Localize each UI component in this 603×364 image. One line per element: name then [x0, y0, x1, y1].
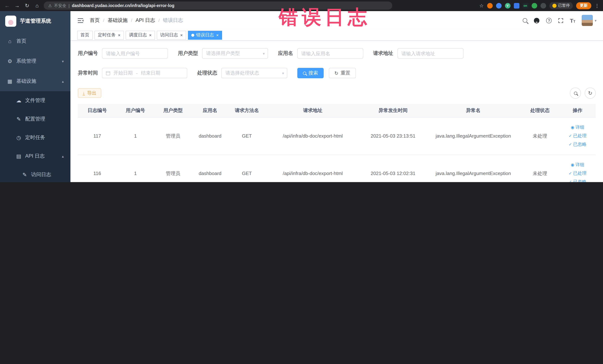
eye-icon: ◉	[571, 125, 574, 130]
refresh-icon: ↻	[334, 70, 338, 76]
user-id-label: 用户编号	[78, 50, 98, 57]
check-icon: ✓	[568, 171, 572, 176]
tab-label: 错误日志	[196, 32, 214, 38]
table-header-row: 日志编号 用户编号 用户类型 应用名 请求方法名 请求地址 异常发生时间 异常名…	[78, 104, 596, 117]
bookmark-star-icon[interactable]: ☆	[479, 3, 484, 8]
breadcrumb-separator: /	[131, 18, 132, 23]
browser-forward-icon[interactable]: →	[14, 3, 20, 9]
processed-link[interactable]: ✓已处理	[568, 170, 586, 176]
close-icon[interactable]: ×	[180, 33, 183, 38]
sidebar-item-access-log[interactable]: ✎ 访问日志	[0, 165, 70, 182]
close-icon[interactable]: ×	[118, 33, 120, 38]
tab-home[interactable]: 首页	[77, 31, 93, 39]
request-url-label: 请求地址	[373, 50, 393, 57]
hide-search-button[interactable]	[570, 88, 581, 99]
browser-menu-icon[interactable]: ⋮	[595, 3, 600, 8]
filter-user-type: 用户类型 请选择用户类型 ▾	[178, 48, 268, 59]
check-icon: ✓	[568, 133, 572, 138]
tab-job-log[interactable]: 调度日志 ×	[126, 31, 155, 39]
close-icon[interactable]: ×	[149, 33, 152, 38]
page-content: 用户编号 用户类型 请选择用户类型 ▾ 应用名	[70, 41, 603, 182]
ext-dark-pin-icon[interactable]	[540, 3, 546, 8]
col-status: 处理状态	[521, 104, 559, 117]
browser-home-icon[interactable]: ⌂	[34, 3, 40, 9]
reset-button[interactable]: ↻ 重置	[329, 68, 356, 78]
user-menu[interactable]: ▾	[582, 15, 596, 26]
processed-link[interactable]: ✓已处理	[568, 133, 586, 139]
home-icon: ⌂	[7, 38, 13, 44]
infrastructure-icon: ▦	[7, 78, 13, 84]
tab-scheduled-tasks[interactable]: 定时任务 ×	[94, 31, 124, 39]
table-row: 116 1 管理员 dashboard GET /api/infra/db-do…	[78, 155, 596, 182]
help-icon[interactable]: ?	[546, 18, 552, 23]
chevron-down-icon: ▾	[62, 59, 64, 63]
font-size-icon[interactable]: TT	[570, 17, 575, 23]
edit-icon: ✎	[16, 116, 22, 122]
ext-blue-grid-icon[interactable]	[514, 3, 519, 8]
filter-row-2: 异常时间 开始日期 - 结束日期 处理状态 请选择处理状态 ▾	[78, 68, 596, 78]
date-range-picker[interactable]: 开始日期 - 结束日期	[102, 68, 187, 78]
tab-access-log[interactable]: 访问日志 ×	[157, 31, 186, 39]
col-method: 请求方法名	[228, 104, 266, 117]
ext-vue-devtools-icon[interactable]: V	[505, 3, 510, 8]
col-request-url: 请求地址	[266, 104, 360, 117]
browser-back-icon[interactable]: ←	[4, 3, 10, 9]
search-button[interactable]: 搜索	[297, 68, 324, 78]
browser-update-button[interactable]: 更新	[576, 2, 591, 9]
user-id-input[interactable]	[102, 48, 168, 59]
close-icon[interactable]: ×	[216, 33, 219, 38]
sidebar-item-label: API 日志	[25, 153, 58, 159]
ext-orange-circle-icon[interactable]	[487, 3, 493, 8]
sidebar-item-home[interactable]: ⌂ 首页	[0, 31, 70, 51]
sidebar-item-api-logs[interactable]: ▤ API 日志 ▴	[0, 147, 70, 165]
gear-icon: ⚙	[7, 58, 13, 64]
breadcrumb-infrastructure[interactable]: 基础设施	[108, 17, 128, 24]
ext-green-plant-icon[interactable]	[532, 3, 537, 8]
col-exception-name: 异常名	[426, 104, 521, 117]
request-url-input[interactable]	[397, 48, 463, 59]
browser-chrome: ← → ↻ ⌂ ⚠ 不安全 | dashboard.yudao.iocoder.…	[0, 0, 603, 11]
user-type-select[interactable]: 请选择用户类型 ▾	[202, 48, 268, 59]
user-type-label: 用户类型	[178, 50, 198, 57]
app-name-input[interactable]	[297, 48, 363, 59]
ignore-link[interactable]: ✓已忽略	[568, 141, 586, 148]
select-placeholder: 请选择处理状态	[225, 70, 259, 76]
security-label: 不安全	[54, 3, 66, 8]
eye-icon: ◉	[571, 163, 574, 167]
chevron-down-icon: ▾	[282, 71, 284, 75]
breadcrumb-api-logs[interactable]: API 日志	[136, 17, 155, 24]
sidebar-item-infrastructure[interactable]: ▦ 基础设施 ▴	[0, 71, 70, 91]
detail-link[interactable]: ◉详细	[571, 124, 584, 130]
export-button-label: 导出	[87, 90, 96, 96]
smiley-icon	[552, 3, 556, 8]
sidebar-item-system-management[interactable]: ⚙ 系统管理 ▾	[0, 51, 70, 71]
github-icon[interactable]	[534, 17, 540, 23]
fullscreen-icon[interactable]	[558, 18, 564, 23]
date-start-placeholder: 开始日期	[114, 70, 133, 76]
export-button[interactable]: ↓ 导出	[78, 88, 101, 98]
filter-user-id: 用户编号	[78, 48, 168, 59]
ext-blue-drop-icon[interactable]	[496, 3, 501, 8]
url-text: dashboard.yudao.iocoder.cn/infra/log/api…	[72, 3, 174, 8]
col-user-id: 用户编号	[116, 104, 154, 117]
tab-error-log[interactable]: 错误日志 ×	[188, 31, 222, 39]
sidebar-item-file-management[interactable]: ☁ 文件管理	[0, 91, 70, 110]
sidebar-collapse-icon[interactable]	[77, 18, 84, 23]
sidebar: 芋道管理系统 ⌂ 首页 ⚙ 系统管理 ▾ ▦ 基础设施 ▴ ☁ 文件管理	[0, 11, 70, 182]
filter-exception-time: 异常时间 开始日期 - 结束日期	[78, 68, 187, 78]
search-icon[interactable]	[523, 18, 527, 23]
address-bar[interactable]: ⚠ 不安全 | dashboard.yudao.iocoder.cn/infra…	[44, 1, 392, 10]
breadcrumb-home[interactable]: 首页	[90, 17, 100, 24]
ext-on-badge-icon[interactable]: on	[522, 3, 528, 8]
cloud-icon: ☁	[16, 97, 22, 104]
refresh-button[interactable]: ↻	[585, 88, 596, 99]
paused-badge[interactable]: 已暂停	[549, 2, 573, 9]
ignore-link[interactable]: ✓已忽略	[568, 179, 586, 182]
sidebar-item-scheduled-tasks[interactable]: ◷ 定时任务	[0, 128, 70, 147]
browser-reload-icon[interactable]: ↻	[24, 3, 30, 9]
breadcrumb: 首页 / 基础设施 / API 日志 / 错误日志	[90, 17, 183, 24]
detail-link[interactable]: ◉详细	[571, 162, 584, 168]
process-status-select[interactable]: 请选择处理状态 ▾	[221, 68, 287, 78]
tab-label: 访问日志	[160, 32, 178, 38]
sidebar-item-config-management[interactable]: ✎ 配置管理	[0, 110, 70, 128]
